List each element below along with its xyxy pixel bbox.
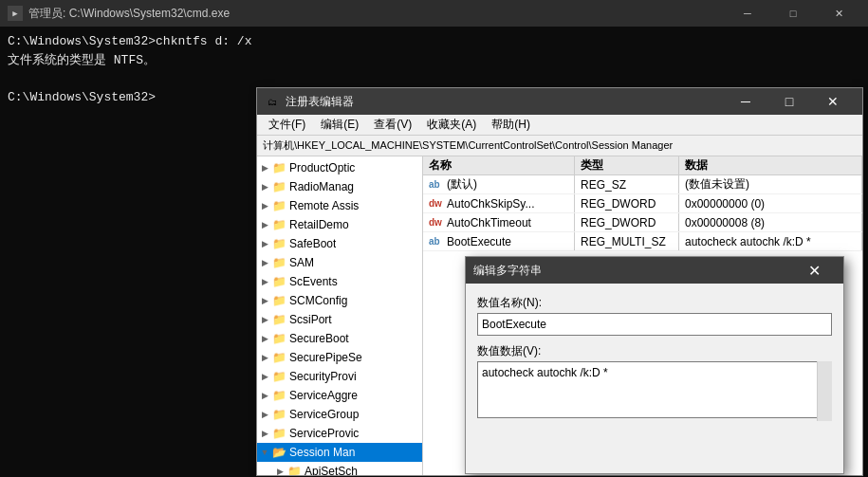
value-row-bootexecute[interactable]: ab BootExecute REG_MULTI_SZ autocheck au… (423, 232, 862, 251)
value-type-autochktimeout: REG_DWORD (575, 213, 679, 231)
tree-item-secureboot[interactable]: ▶ 📁 SecureBoot (257, 329, 422, 348)
expand-arrow: ▶ (257, 201, 272, 211)
tree-item-safeboot[interactable]: ▶ 📁 SafeBoot (257, 234, 422, 253)
cmd-controls: ─ □ ✕ (726, 0, 860, 27)
cmd-maximize-button[interactable]: □ (771, 0, 815, 27)
expand-arrow: ▶ (257, 372, 272, 381)
name-label-group: 数值名称(N): (477, 295, 832, 336)
expand-arrow: ▶ (257, 296, 272, 305)
value-name-autochkskip: dw AutoChkSkipSy... (423, 194, 575, 212)
cmd-close-button[interactable]: ✕ (817, 0, 860, 27)
expand-arrow: ▶ (257, 334, 272, 343)
expand-arrow: ▶ (257, 429, 272, 438)
name-label: 数值名称(N): (477, 295, 832, 311)
value-type-default: REG_SZ (575, 175, 679, 193)
header-type: 类型 (575, 156, 679, 174)
header-data: 数据 (679, 156, 862, 174)
values-header: 名称 类型 数据 (423, 156, 862, 175)
regedit-minimize-button[interactable]: ─ (724, 88, 767, 115)
dialog-title: 编辑多字符串 (473, 263, 792, 279)
menu-favorites[interactable]: 收藏夹(A) (419, 115, 484, 135)
cmd-line-2: 文件系统的类型是 NTFS。 (8, 51, 860, 70)
regedit-addressbar: 计算机\HKEY_LOCAL_MACHINE\SYSTEM\CurrentCon… (257, 136, 862, 156)
value-data-bootexecute: autocheck autochk /k:D * (679, 232, 862, 250)
tree-item-retaildemo[interactable]: ▶ 📁 RetailDemo (257, 215, 422, 234)
address-text: 计算机\HKEY_LOCAL_MACHINE\SYSTEM\CurrentCon… (263, 138, 673, 153)
regedit-close-button[interactable]: ✕ (811, 88, 855, 115)
value-data-autochktimeout: 0x00000008 (8) (679, 213, 862, 231)
expand-arrow: ▼ (257, 448, 272, 457)
tree-item-securityprovi[interactable]: ▶ 📁 SecurityProvi (257, 367, 422, 386)
tree-item-scmconfig[interactable]: ▶ 📁 SCMConfig (257, 291, 422, 310)
dialog-body: 数值名称(N): 数值数据(V): (466, 284, 843, 473)
tree-item-sessionman[interactable]: ▼ 📂 Session Man (257, 443, 422, 462)
tree-item-serviceprovic[interactable]: ▶ 📁 ServiceProvic (257, 424, 422, 443)
cmd-titlebar: ▶ 管理员: C:\Windows\System32\cmd.exe ─ □ ✕ (0, 0, 868, 27)
data-label-group: 数值数据(V): (477, 343, 832, 421)
regedit-menubar: 文件(F) 编辑(E) 查看(V) 收藏夹(A) 帮助(H) (257, 115, 862, 136)
cmd-icon: ▶ (8, 6, 23, 21)
value-name-bootexecute: ab BootExecute (423, 232, 575, 250)
expand-arrow: ▶ (257, 277, 272, 286)
cmd-line-1: C:\Windows\System32>chkntfs d: /x (8, 32, 860, 51)
menu-edit[interactable]: 编辑(E) (313, 115, 366, 135)
tree-item-sam[interactable]: ▶ 📁 SAM (257, 253, 422, 272)
cmd-line-3 (8, 69, 860, 88)
tree-item-productoptic[interactable]: ▶ 📁 ProductOptic (257, 158, 422, 177)
menu-file[interactable]: 文件(F) (261, 115, 313, 135)
tree-item-securepipe[interactable]: ▶ 📁 SecurePipeSe (257, 348, 422, 367)
tree-item-scevents[interactable]: ▶ 📁 ScEvents (257, 272, 422, 291)
tree-item-scsiport[interactable]: ▶ 📁 ScsiPort (257, 310, 422, 329)
expand-arrow: ▶ (257, 315, 272, 324)
value-type-autochkskip: REG_DWORD (575, 194, 679, 212)
regedit-tree: ▶ 📁 ProductOptic ▶ 📁 RadioManag ▶ 📁 Remo… (257, 156, 423, 475)
regedit-titlebar: 🗂 注册表编辑器 ─ □ ✕ (257, 88, 862, 115)
expand-arrow: ▶ (257, 410, 272, 419)
tree-item-remoteassist[interactable]: ▶ 📁 Remote Assis (257, 196, 422, 215)
edit-dialog: 编辑多字符串 ✕ 数值名称(N): 数值数据(V): (465, 256, 844, 474)
expand-arrow: ▶ (257, 220, 272, 229)
expand-arrow: ▶ (257, 182, 272, 192)
data-textarea[interactable] (477, 361, 832, 418)
cmd-title: 管理员: C:\Windows\System32\cmd.exe (28, 6, 720, 22)
value-row-default[interactable]: ab (默认) REG_SZ (数值未设置) (423, 175, 862, 194)
dialog-scrollbar[interactable] (817, 361, 832, 421)
menu-help[interactable]: 帮助(H) (484, 115, 538, 135)
dw-icon-2: dw (429, 217, 444, 228)
cmd-minimize-button[interactable]: ─ (726, 0, 769, 27)
regedit-title: 注册表编辑器 (286, 94, 718, 110)
ab-icon: ab (429, 179, 444, 190)
expand-arrow: ▶ (257, 353, 272, 362)
tree-item-servicegroup[interactable]: ▶ 📁 ServiceGroup (257, 405, 422, 424)
header-name: 名称 (423, 156, 575, 174)
value-name-default: ab (默认) (423, 175, 575, 193)
data-input-wrapper (477, 361, 832, 421)
expand-arrow: ▶ (257, 258, 272, 267)
ab-icon-2: ab (429, 236, 444, 247)
value-data-default: (数值未设置) (679, 175, 862, 193)
value-data-autochkskip: 0x00000000 (0) (679, 194, 862, 212)
dialog-titlebar: 编辑多字符串 ✕ (466, 257, 843, 284)
value-type-bootexecute: REG_MULTI_SZ (575, 232, 679, 250)
value-name-autochktimeout: dw AutoChkTimeout (423, 213, 575, 231)
dialog-close-button[interactable]: ✕ (792, 257, 836, 284)
expand-arrow: ▶ (272, 467, 287, 475)
regedit-icon: 🗂 (265, 94, 280, 109)
tree-item-serviceaggre[interactable]: ▶ 📁 ServiceAggre (257, 386, 422, 405)
expand-arrow: ▶ (257, 391, 272, 400)
tree-item-radiomanag[interactable]: ▶ 📁 RadioManag (257, 177, 422, 196)
regedit-maximize-button[interactable]: □ (767, 88, 811, 115)
dw-icon: dw (429, 198, 444, 209)
expand-arrow: ▶ (257, 239, 272, 248)
value-row-autochkskip[interactable]: dw AutoChkSkipSy... REG_DWORD 0x00000000… (423, 194, 862, 213)
menu-view[interactable]: 查看(V) (366, 115, 419, 135)
regedit-controls: ─ □ ✕ (724, 88, 855, 115)
name-input[interactable] (477, 313, 832, 336)
expand-arrow: ▶ (257, 163, 272, 173)
data-label: 数值数据(V): (477, 343, 832, 359)
tree-item-apisetsch[interactable]: ▶ 📁 ApiSetSch (257, 462, 422, 475)
value-row-autochktimeout[interactable]: dw AutoChkTimeout REG_DWORD 0x00000008 (… (423, 213, 862, 232)
